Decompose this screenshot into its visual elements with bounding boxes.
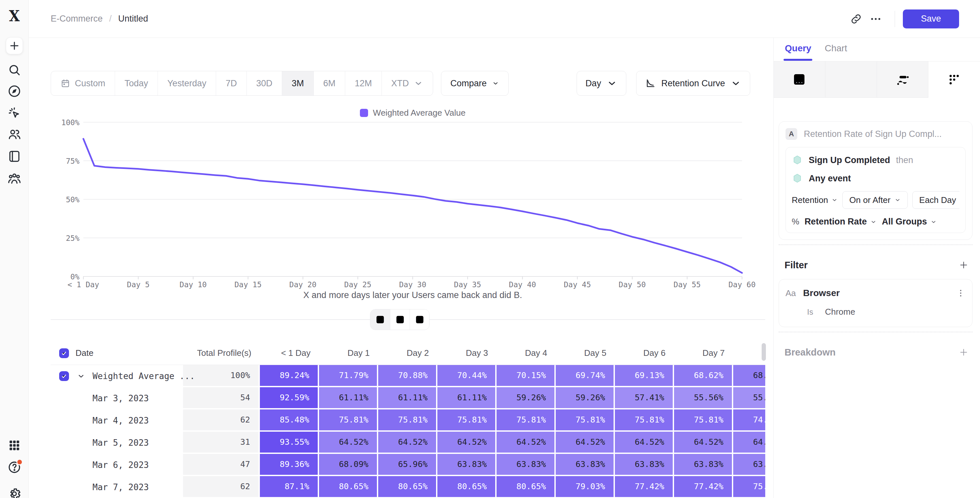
app-window: X E-Commerce / Untitled Save CustomToday… [0, 0, 980, 498]
query-step[interactable]: Any event [792, 173, 959, 184]
range-label: Yesterday [167, 78, 206, 89]
groups-dropdown[interactable]: All Groups [882, 216, 937, 227]
svg-text:X and more days later your Use: X and more days later your Users came ba… [303, 290, 522, 300]
col-header[interactable]: Day 7 [674, 348, 733, 358]
retention-cell: 68.09% [319, 454, 378, 476]
users-icon[interactable] [0, 127, 29, 142]
settings-icon[interactable] [0, 487, 29, 498]
filter-operator[interactable]: Is [807, 307, 813, 317]
retention-cell: 59.26% [556, 387, 615, 409]
breadcrumb-page[interactable]: Untitled [118, 14, 148, 24]
panel-tabs: Query Chart [774, 38, 980, 61]
date-range-group: CustomTodayYesterday7D30D3M6M12MXTD [51, 71, 433, 96]
total-profiles-cell: 62 [183, 409, 260, 432]
col-header[interactable]: Day 2 [378, 348, 438, 358]
filter-property[interactable]: Browser [803, 288, 840, 298]
range-today[interactable]: Today [115, 71, 158, 95]
retention-type-dropdown[interactable]: Retention [792, 195, 838, 205]
compare-label: Compare [450, 78, 487, 89]
app-logo[interactable]: X [1, 7, 28, 25]
retention-cell: 89.24% [260, 365, 319, 387]
col-header[interactable]: Day 6 [615, 348, 674, 358]
col-header[interactable]: Day 1 [319, 348, 378, 358]
filter-value[interactable]: Chrome [825, 307, 855, 317]
breakdown-header: Breakdown [779, 347, 972, 358]
tab-chart[interactable]: Chart [825, 43, 847, 54]
notebook-icon[interactable] [0, 149, 29, 163]
range-7d[interactable]: 7D [216, 71, 247, 95]
total-profiles-cell: 62 [183, 476, 260, 498]
svg-text:Day 15: Day 15 [234, 280, 261, 289]
chart-view-icon[interactable] [410, 309, 429, 330]
search-icon[interactable] [0, 63, 29, 77]
tab-query[interactable]: Query [785, 43, 811, 54]
expand-chevron-icon[interactable] [77, 372, 85, 380]
retention-cell: 64.52% [319, 432, 378, 454]
line-chart-tab[interactable] [774, 61, 826, 98]
compass-icon[interactable] [0, 84, 29, 99]
table-row: Mar 5, 20233193.55%64.52%64.52%64.52%64.… [51, 432, 765, 454]
retention-type-label: Retention [792, 195, 828, 205]
range-label: Custom [75, 78, 105, 89]
flow-chart-tab[interactable] [877, 61, 929, 98]
range-custom[interactable]: Custom [51, 71, 115, 95]
split-view-icon[interactable] [371, 309, 390, 330]
range-yesterday[interactable]: Yesterday [158, 71, 216, 95]
row-date-label: Mar 6, 2023 [92, 460, 149, 470]
breadcrumb-project[interactable]: E-Commerce [51, 14, 103, 24]
col-header[interactable]: Day 5 [556, 348, 615, 358]
retention-cell: 63.83% [674, 454, 733, 476]
interval-dropdown[interactable]: Each Day [912, 191, 959, 209]
calendar-icon [60, 78, 70, 88]
row-checkbox[interactable] [59, 348, 69, 358]
col-header-total[interactable]: Total Profile(s) [183, 348, 260, 358]
query-step[interactable]: Sign Up Completedthen [792, 154, 959, 165]
chart-view-dropdown[interactable]: Retention Curve [636, 71, 750, 96]
help-icon[interactable] [0, 460, 29, 474]
filter-menu-icon[interactable] [956, 288, 966, 298]
plus-icon[interactable] [6, 37, 23, 54]
save-button[interactable]: Save [903, 10, 959, 29]
range-xtd[interactable]: XTD [382, 71, 433, 95]
query-title[interactable]: Retention Rate of Sign Up Compl... [804, 129, 942, 139]
range-12m[interactable]: 12M [345, 71, 382, 95]
table-view-icon[interactable] [390, 309, 410, 330]
panel-body: A Retention Rate of Sign Up Compl... Sig… [774, 121, 980, 358]
chevron-down-icon [894, 197, 901, 203]
range-3m[interactable]: 3M [282, 71, 313, 95]
range-6m[interactable]: 6M [313, 71, 345, 95]
chevron-down-icon [831, 197, 838, 203]
retention-cell: 74.19% [733, 409, 765, 432]
add-filter-button[interactable] [958, 259, 969, 270]
more-menu-icon[interactable] [866, 9, 886, 29]
retention-cell: 70.88% [378, 365, 438, 387]
add-breakdown-button[interactable] [958, 347, 969, 358]
grid-dots-tab[interactable] [928, 61, 980, 98]
cohort-icon[interactable] [0, 172, 29, 186]
measure-dropdown[interactable]: Retention Rate [805, 216, 877, 227]
total-profiles-cell: 47 [183, 454, 260, 476]
col-header-date[interactable]: Date [75, 348, 94, 358]
col-header[interactable]: Day 8 [733, 348, 765, 358]
col-header[interactable]: < 1 Day [260, 348, 319, 358]
row-date-label: Mar 7, 2023 [92, 482, 149, 492]
row-checkbox[interactable] [59, 371, 69, 381]
string-type-icon: Aa [786, 288, 796, 298]
table-scrollbar[interactable] [762, 343, 766, 361]
granularity-dropdown[interactable]: Day [577, 71, 626, 96]
bar-chart-tab[interactable] [826, 61, 877, 98]
retention-cell: 63.83% [556, 454, 615, 476]
retention-cell: 75.81% [319, 409, 378, 432]
col-header[interactable]: Day 4 [496, 348, 556, 358]
cursor-click-icon[interactable] [0, 106, 29, 120]
col-header[interactable]: Day 3 [438, 348, 496, 358]
chevron-down-icon [492, 80, 499, 87]
share-link-icon[interactable] [846, 9, 866, 29]
compare-button[interactable]: Compare [441, 71, 509, 96]
range-30d[interactable]: 30D [247, 71, 282, 95]
filter-card[interactable]: Aa Browser Is Chrome [779, 279, 972, 327]
apps-grid-icon[interactable] [0, 438, 29, 453]
window-dropdown[interactable]: On or After [842, 191, 908, 209]
table-row: Mar 3, 20235492.59%61.11%61.11%61.11%59.… [51, 387, 765, 409]
retention-cell: 80.65% [378, 476, 438, 498]
